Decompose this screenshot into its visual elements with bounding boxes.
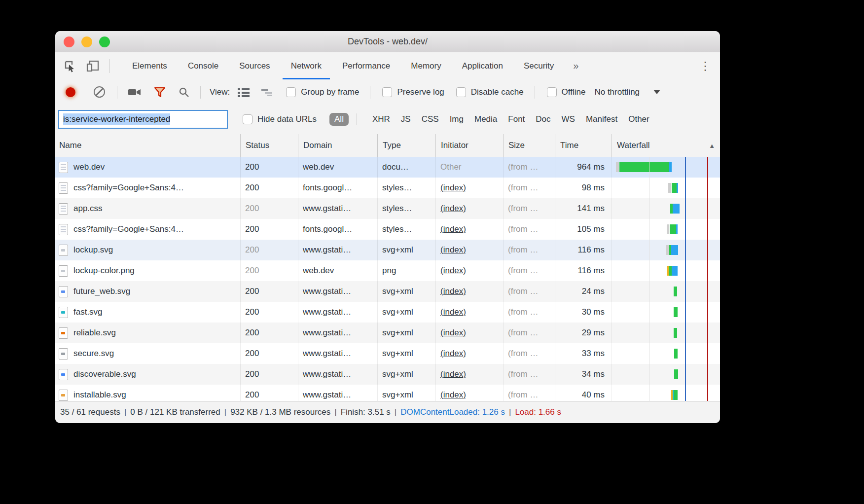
initiator-link[interactable]: (index) bbox=[440, 224, 466, 234]
waterfall-view-icon[interactable] bbox=[261, 88, 274, 97]
filter-chip-ws[interactable]: WS bbox=[556, 113, 580, 126]
column-header-initiator[interactable]: Initiator bbox=[435, 134, 503, 157]
initiator-link[interactable]: (index) bbox=[440, 349, 466, 358]
summary-separator: | bbox=[330, 407, 340, 417]
toggle-preserve-log[interactable]: Preserve log bbox=[382, 87, 444, 97]
filter-chip-img[interactable]: Img bbox=[444, 113, 469, 126]
kebab-menu-icon[interactable]: ⋮ bbox=[695, 52, 715, 79]
filter-chip-all[interactable]: All bbox=[329, 113, 349, 126]
column-separator bbox=[240, 157, 241, 401]
column-header-time[interactable]: Time bbox=[555, 134, 612, 157]
tab-sources[interactable]: Sources bbox=[229, 52, 280, 79]
table-row[interactable]: future_web.svg200www.gstati…svg+xml(inde… bbox=[55, 281, 720, 302]
tab-console[interactable]: Console bbox=[178, 52, 229, 79]
tab-memory[interactable]: Memory bbox=[400, 52, 451, 79]
throttling-select[interactable]: No throttling bbox=[594, 87, 640, 97]
filter-input[interactable]: is:service-worker-intercepted bbox=[58, 110, 228, 129]
search-icon[interactable] bbox=[179, 87, 189, 98]
request-status: 200 bbox=[240, 240, 298, 260]
column-header-status[interactable]: Status bbox=[240, 134, 298, 157]
waterfall-bar-green bbox=[619, 162, 669, 172]
record-icon[interactable] bbox=[66, 87, 75, 97]
table-row[interactable]: fast.svg200www.gstati…svg+xml(index)(fro… bbox=[55, 302, 720, 323]
initiator-link[interactable]: (index) bbox=[440, 266, 466, 275]
summary-dom-content-loaded: DOMContentLoaded: 1.26 s bbox=[400, 407, 505, 417]
request-size: (from … bbox=[503, 385, 555, 401]
initiator-text: Other bbox=[440, 162, 462, 172]
column-header-name[interactable]: Name bbox=[55, 134, 240, 157]
request-size: (from … bbox=[503, 240, 555, 260]
waterfall-bar-blue bbox=[676, 224, 678, 234]
table-row[interactable]: reliable.svg200www.gstati…svg+xml(index)… bbox=[55, 323, 720, 343]
request-type: svg+xml bbox=[377, 343, 435, 364]
list-view-icon[interactable] bbox=[238, 87, 250, 97]
throttling-caret-icon[interactable] bbox=[653, 90, 660, 94]
request-time: 40 ms bbox=[555, 385, 612, 401]
column-header-waterfall[interactable]: Waterfall bbox=[612, 134, 720, 157]
toggle-offline[interactable]: Offline bbox=[547, 87, 586, 97]
initiator-link[interactable]: (index) bbox=[440, 307, 466, 317]
request-name: fast.svg bbox=[73, 302, 103, 323]
initiator-link[interactable]: (index) bbox=[440, 390, 466, 399]
tab-security[interactable]: Security bbox=[513, 52, 564, 79]
filter-chip-xhr[interactable]: XHR bbox=[367, 113, 396, 126]
table-row[interactable]: web.dev200web.devdocu…Other(from …964 ms bbox=[55, 157, 720, 178]
table-row[interactable]: secure.svg200www.gstati…svg+xml(index)(f… bbox=[55, 343, 720, 364]
filter-icon[interactable] bbox=[154, 87, 166, 98]
clear-icon[interactable] bbox=[94, 86, 105, 98]
initiator-link[interactable]: (index) bbox=[440, 369, 466, 379]
table-row[interactable]: app.css200www.gstati…styles…(index)(from… bbox=[55, 198, 720, 219]
waterfall-cell bbox=[612, 219, 720, 240]
table-row[interactable]: discoverable.svg200www.gstati…svg+xml(in… bbox=[55, 364, 720, 385]
request-initiator: (index) bbox=[435, 302, 503, 323]
toggle-group-by-frame[interactable]: Group by frame bbox=[286, 87, 359, 97]
document-file-icon bbox=[59, 203, 68, 215]
request-size: (from … bbox=[503, 198, 555, 219]
tab-network[interactable]: Network bbox=[281, 52, 332, 79]
hide-data-urls-toggle[interactable]: Hide data URLs bbox=[243, 114, 317, 124]
initiator-link[interactable]: (index) bbox=[440, 204, 466, 213]
toggle-disable-cache[interactable]: Disable cache bbox=[456, 87, 524, 97]
filter-chip-css[interactable]: CSS bbox=[416, 113, 444, 126]
device-toolbar-icon[interactable] bbox=[86, 59, 100, 73]
column-header-domain[interactable]: Domain bbox=[298, 134, 377, 157]
request-status: 200 bbox=[240, 343, 298, 364]
initiator-link[interactable]: (index) bbox=[440, 287, 466, 296]
filter-chip-doc[interactable]: Doc bbox=[530, 113, 556, 126]
image-file-icon bbox=[59, 369, 68, 380]
initiator-link[interactable]: (index) bbox=[440, 328, 466, 337]
tab-elements[interactable]: Elements bbox=[122, 52, 178, 79]
table-row[interactable]: installable.svg200www.gstati…svg+xml(ind… bbox=[55, 385, 720, 401]
table-row[interactable]: css?family=Google+Sans:4…200fonts.googl…… bbox=[55, 219, 720, 240]
filter-chip-font[interactable]: Font bbox=[503, 113, 530, 126]
inspect-icon[interactable] bbox=[63, 59, 77, 73]
camera-icon[interactable] bbox=[128, 88, 141, 97]
image-file-icon bbox=[59, 245, 68, 256]
panel-tabs: ElementsConsoleSourcesNetworkPerformance… bbox=[122, 52, 564, 79]
table-row[interactable]: css?family=Google+Sans:4…200fonts.googl…… bbox=[55, 178, 720, 198]
checkbox-icon bbox=[243, 114, 252, 124]
image-file-icon bbox=[59, 307, 68, 318]
filter-chip-manifest[interactable]: Manifest bbox=[580, 113, 623, 126]
initiator-link[interactable]: (index) bbox=[440, 183, 466, 192]
tab-performance[interactable]: Performance bbox=[332, 52, 400, 79]
filter-chip-other[interactable]: Other bbox=[623, 113, 655, 126]
request-domain: www.gstati… bbox=[298, 198, 377, 219]
request-domain: web.dev bbox=[298, 157, 377, 178]
request-size: (from … bbox=[503, 260, 555, 281]
title-bar[interactable]: DevTools - web.dev/ bbox=[55, 31, 720, 53]
request-status: 200 bbox=[240, 364, 298, 385]
tab-application[interactable]: Application bbox=[452, 52, 513, 79]
filter-chip-js[interactable]: JS bbox=[396, 113, 416, 126]
table-row[interactable]: lockup.svg200www.gstati…svg+xml(index)(f… bbox=[55, 240, 720, 260]
waterfall-cell bbox=[612, 385, 720, 401]
more-tabs-chevron[interactable]: » bbox=[573, 60, 578, 72]
initiator-link[interactable]: (index) bbox=[440, 245, 466, 254]
filter-chip-media[interactable]: Media bbox=[469, 113, 503, 126]
column-header-type[interactable]: Type bbox=[377, 134, 435, 157]
summary-separator: | bbox=[391, 407, 400, 417]
column-header-size[interactable]: Size bbox=[503, 134, 555, 157]
waterfall-bar-gray bbox=[668, 183, 671, 193]
table-row[interactable]: lockup-color.png200web.devpng(index)(fro… bbox=[55, 260, 720, 281]
checkbox-icon bbox=[547, 87, 557, 97]
